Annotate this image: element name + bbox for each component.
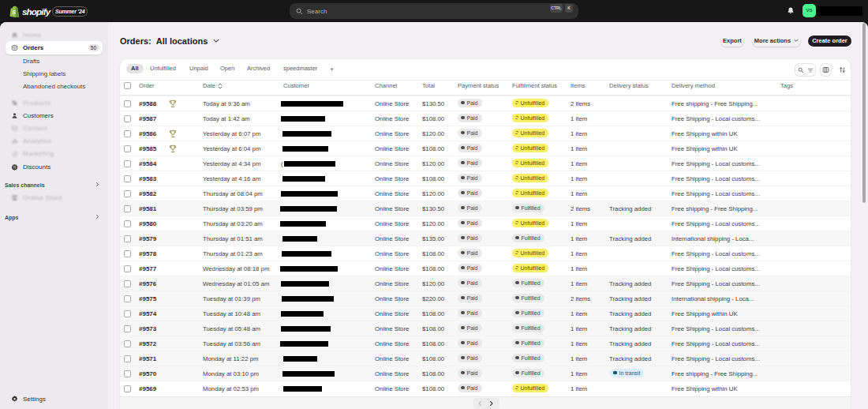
svg-text:S: S <box>12 9 16 15</box>
